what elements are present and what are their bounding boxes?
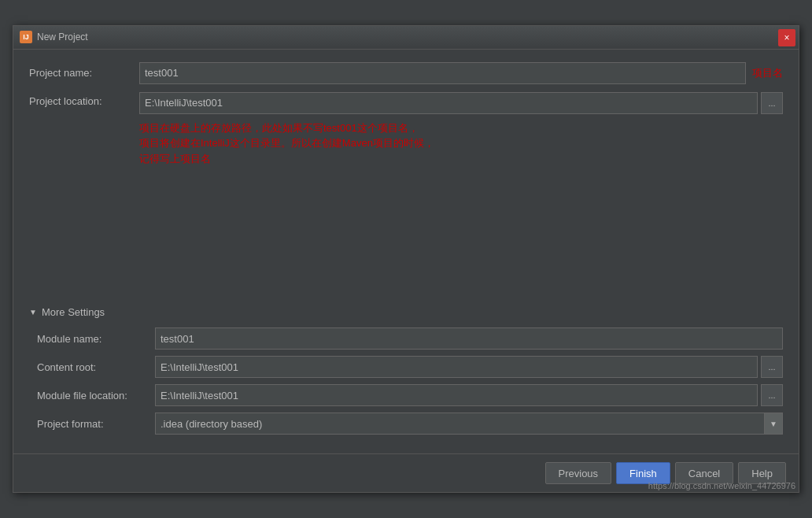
content-root-label: Content root: [37, 361, 155, 373]
project-location-input-wrapper: ... 项目在硬盘上的存放路径，此处如果不写test001这个项目名， 项目将创… [139, 92, 783, 167]
project-name-label: Project name: [29, 67, 139, 79]
project-format-label: Project format: [37, 418, 155, 430]
project-name-annotation: 项目名 [752, 65, 783, 81]
project-location-input[interactable] [139, 92, 758, 114]
footer-url: https://blog.csdn.net/weixin_44726976 [648, 481, 795, 490]
project-format-select-container: .idea (directory based) .ipr (file based… [155, 413, 783, 435]
project-name-input[interactable] [139, 62, 746, 84]
module-name-input[interactable] [155, 327, 783, 350]
content-root-row: Content root: ... [37, 356, 783, 378]
project-name-input-wrapper: 项目名 [139, 62, 783, 84]
module-file-location-browse-button[interactable]: ... [761, 384, 783, 406]
module-name-input-wrapper [155, 327, 783, 350]
project-format-select[interactable]: .idea (directory based) .ipr (file based… [155, 413, 783, 435]
dialog-footer: Previous Finish Cancel Help https://blog… [13, 453, 799, 492]
project-format-select-wrapper: .idea (directory based) .ipr (file based… [155, 413, 783, 435]
module-file-location-label: Module file location: [37, 390, 155, 401]
project-location-annotation: 项目在硬盘上的存放路径，此处如果不写test001这个项目名， 项目将创建在In… [139, 120, 434, 167]
module-file-location-input-wrapper: ... [155, 384, 783, 406]
new-project-dialog: IJ New Project × Project name: 项目名 Proje… [13, 25, 799, 494]
title-bar: IJ New Project × [13, 26, 799, 50]
content-root-browse-button[interactable]: ... [761, 356, 783, 378]
module-file-location-input[interactable] [155, 384, 758, 406]
dialog-title: New Project [37, 31, 88, 43]
app-icon: IJ [20, 31, 32, 43]
more-settings-header[interactable]: ▼ More Settings [29, 306, 783, 318]
project-name-row: Project name: 项目名 [29, 62, 783, 84]
previous-button[interactable]: Previous [545, 462, 612, 484]
close-button[interactable]: × [778, 29, 795, 46]
content-root-input-wrapper: ... [155, 356, 783, 378]
collapse-triangle-icon: ▼ [29, 308, 37, 316]
more-settings-section: ▼ More Settings Module name: Content r [29, 306, 783, 435]
more-settings-fields: Module name: Content root: ... [29, 327, 783, 435]
more-settings-label: More Settings [42, 306, 105, 318]
project-format-row: Project format: .idea (directory based) … [37, 413, 783, 435]
dialog-content: Project name: 项目名 Project location: ... … [13, 50, 799, 454]
spacer [29, 174, 783, 300]
project-location-row: Project location: ... 项目在硬盘上的存放路径，此处如果不写… [29, 92, 783, 167]
module-name-label: Module name: [37, 333, 155, 345]
project-location-browse-button[interactable]: ... [761, 92, 783, 114]
module-name-row: Module name: [37, 327, 783, 350]
project-location-label: Project location: [29, 92, 139, 107]
module-file-location-row: Module file location: ... [37, 384, 783, 406]
content-root-input[interactable] [155, 356, 758, 378]
